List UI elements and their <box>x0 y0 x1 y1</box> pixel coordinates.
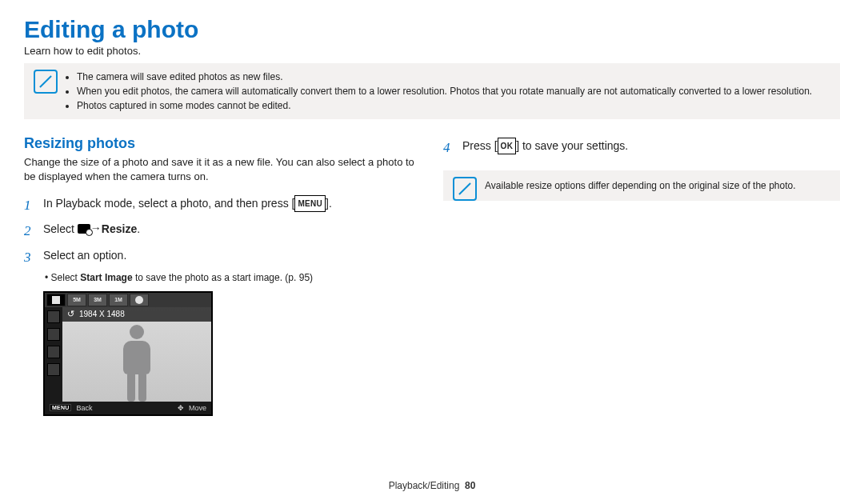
sidebar-icon <box>47 328 60 341</box>
sidebar-icon <box>47 363 60 376</box>
step-body: Select an option. <box>43 245 421 270</box>
resize-label: Resize <box>102 222 137 235</box>
step-number: 2 <box>24 218 35 244</box>
sub-text: Select <box>51 272 81 283</box>
edit-tool-icon <box>78 224 90 234</box>
menu-button-label: MENU <box>294 195 326 212</box>
page-footer: Playback/Editing 80 <box>0 480 864 491</box>
back-label: Back <box>76 404 92 412</box>
sub-text: to save the photo as a start image. (p. … <box>133 272 313 283</box>
step-text: . <box>137 222 140 235</box>
note-box-right: Available resize options differ dependin… <box>443 170 840 201</box>
person-silhouette <box>113 325 161 402</box>
ok-button-label: OK <box>498 138 517 154</box>
step-2: 2 Select → Resize. <box>24 218 421 244</box>
two-column-layout: Resizing photos Change the size of a pho… <box>24 135 840 416</box>
sidebar-icon <box>47 310 60 323</box>
page: Editing a photo Learn how to edit photos… <box>0 0 864 504</box>
step-3: 3 Select an option. <box>24 245 421 270</box>
sidebar-icon <box>47 346 60 358</box>
camera-tab-active <box>46 294 66 306</box>
step-text: ]. <box>326 197 332 210</box>
camera-top-bar: 5M 3M 1M <box>45 293 211 307</box>
step-number: 4 <box>443 135 454 161</box>
camera-preview: 1984 X 1488 <box>62 307 211 402</box>
lead-text: Learn how to edit photos. <box>24 45 840 57</box>
camera-bottom-bar: MENU Back ✥ Move <box>45 402 211 414</box>
camera-tab: 3M <box>88 294 107 306</box>
note-item: When you edit photos, the camera will au… <box>77 84 832 98</box>
left-column: Resizing photos Change the size of a pho… <box>24 135 421 416</box>
step-text: Select <box>43 222 78 235</box>
camera-tab: 5M <box>67 294 86 306</box>
footer-section: Playback/Editing <box>389 480 460 491</box>
resize-icon <box>52 296 60 304</box>
camera-dimension-bar: 1984 X 1488 <box>62 307 211 322</box>
step-text: In Playback mode, select a photo, and th… <box>43 197 294 210</box>
footer-page-number: 80 <box>465 480 475 491</box>
step-3-subnote: Select Start Image to save the photo as … <box>45 272 421 283</box>
camera-tab <box>130 294 149 306</box>
step-text: ] to save your settings. <box>516 139 628 152</box>
start-image-icon <box>135 296 143 304</box>
note-list: The camera will save edited photos as ne… <box>72 70 832 113</box>
right-column: 4 Press [OK] to save your settings. Avai… <box>443 135 840 416</box>
camera-tab: 1M <box>109 294 128 306</box>
arrow-right-icon: → <box>90 218 102 239</box>
note-icon <box>453 177 477 201</box>
move-label: Move <box>189 404 206 412</box>
step-number: 1 <box>24 193 35 218</box>
note-text: Available resize options differ dependin… <box>485 180 796 191</box>
step-text: Select an option. <box>43 249 126 262</box>
camera-screenshot: 5M 3M 1M 1984 X 1488 <box>43 291 213 416</box>
menu-badge: MENU <box>50 404 71 411</box>
section-intro: Change the size of a photo and save it i… <box>24 155 421 183</box>
camera-body: 1984 X 1488 <box>45 307 211 402</box>
step-body: In Playback mode, select a photo, and th… <box>43 193 421 218</box>
start-image-label: Start Image <box>80 272 132 283</box>
step-body: Select → Resize. <box>43 218 421 244</box>
note-item: Photos captured in some modes cannot be … <box>77 98 832 113</box>
dpad-icon: ✥ <box>178 404 184 412</box>
dimension-text: 1984 X 1488 <box>79 310 125 318</box>
camera-sidebar <box>45 307 62 402</box>
step-number: 3 <box>24 245 35 270</box>
section-heading-resizing: Resizing photos <box>24 135 421 152</box>
page-title: Editing a photo <box>24 16 840 43</box>
note-box-top: The camera will save edited photos as ne… <box>24 63 840 119</box>
step-body: Press [OK] to save your settings. <box>462 135 840 161</box>
step-text: Press [ <box>462 139 498 152</box>
step-4: 4 Press [OK] to save your settings. <box>443 135 840 161</box>
note-icon <box>34 70 58 94</box>
step-1: 1 In Playback mode, select a photo, and … <box>24 193 421 218</box>
note-item: The camera will save edited photos as ne… <box>77 70 832 84</box>
